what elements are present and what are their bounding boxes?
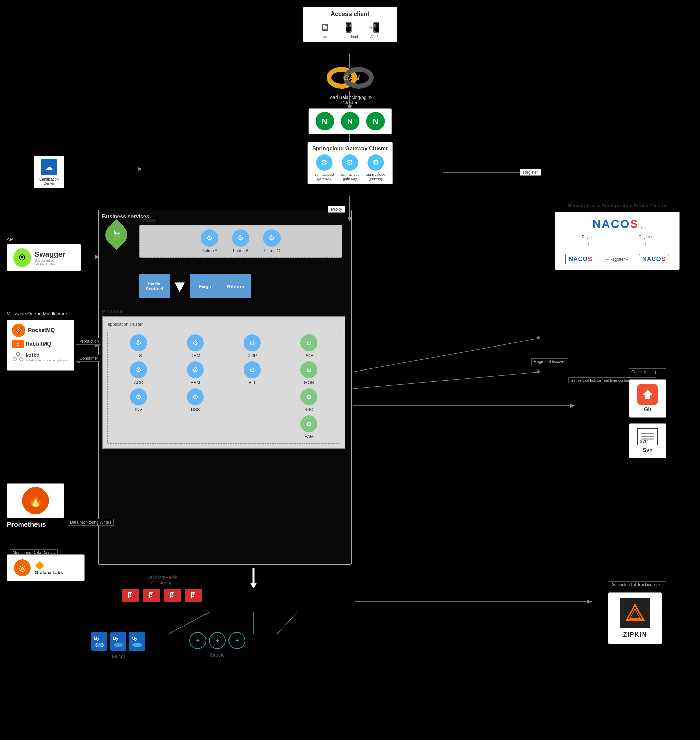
nacos-dot: . bbox=[641, 222, 642, 229]
pc-icon: 🖥 bbox=[320, 22, 329, 33]
app-icon: 📲 bbox=[368, 22, 380, 33]
prometheus-icon: 🔥 bbox=[22, 487, 49, 514]
grafana-logo-text: 🔶 bbox=[35, 561, 63, 570]
redis-icons: 🗄 🗄 🗄 🗄 bbox=[122, 589, 202, 602]
svg-rect-49 bbox=[93, 633, 106, 650]
inv-icon: ⚙ bbox=[130, 388, 147, 405]
access-client-label: Access client bbox=[331, 10, 369, 18]
service-inv: ⚙ INV bbox=[112, 388, 165, 412]
device-ios: 📱 ios/android bbox=[340, 22, 358, 38]
git-icon bbox=[637, 384, 658, 405]
sso-icon: ⚙ bbox=[300, 388, 318, 405]
hfr-row: Hytrix, Sentinel ▼ Feign Ribbon bbox=[139, 275, 251, 298]
redis-label: Caching/Redis Clustering bbox=[122, 575, 202, 586]
service-empty3 bbox=[169, 415, 222, 439]
patron-label: Patron bbox=[139, 217, 342, 223]
rocketmq-item: 🚀 RocketMQ bbox=[12, 324, 69, 337]
svg-marker-23 bbox=[570, 404, 575, 408]
svn-icon: svn bbox=[637, 428, 658, 445]
nacos-title: Registration & Configuration Center Clus… bbox=[554, 203, 680, 208]
patron-b-label: Patron B bbox=[233, 249, 249, 253]
feign-label: Feign bbox=[199, 284, 211, 289]
drm-icon: ⚙ bbox=[187, 334, 204, 351]
feign-box: Feign bbox=[190, 275, 221, 298]
ribbon-label: Ribbon bbox=[227, 284, 245, 289]
gateway-item-3: ⚙ springcloudgateway bbox=[366, 154, 385, 181]
gear-icon-1: ⚙ bbox=[316, 154, 332, 171]
redis-icon-1: 🗄 bbox=[122, 589, 139, 602]
patron-a-label: Patron A bbox=[202, 249, 217, 253]
swagger-subtitle: Supported by SMARTBEAR bbox=[34, 259, 75, 266]
svg-text:My: My bbox=[113, 637, 118, 641]
nginx-icon-3: N bbox=[366, 112, 385, 131]
svg-rect-56 bbox=[131, 633, 144, 650]
nginx-label: Load Balancing/nginx Cluster bbox=[308, 95, 392, 106]
acq-icon: ⚙ bbox=[130, 361, 147, 378]
nginx-box: N N N bbox=[308, 108, 392, 134]
erm-icon: ⚙ bbox=[187, 361, 204, 378]
can-logo-section: CAN bbox=[326, 64, 374, 93]
redis-icon-3: 🗄 bbox=[163, 589, 181, 602]
svg-line-42 bbox=[18, 356, 21, 358]
rabbitmq-icon: 🐰 bbox=[12, 340, 24, 348]
zipkin-section: Distributed link tracking/zipkin ZIPKIN bbox=[608, 581, 666, 644]
access-client-section: Access client 🖥 pc 📱 ios/android 📲 APP bbox=[303, 7, 397, 42]
kafka-label: kafka bbox=[26, 353, 69, 359]
bit-icon: ⚙ bbox=[244, 361, 260, 378]
patron-section: Patron ⚙ Patron A ⚙ Patron B ⚙ Patron C bbox=[139, 217, 342, 257]
bit-label: BIT bbox=[249, 380, 256, 385]
swagger-section: API ⦿ Swagger Supported by SMARTBEAR bbox=[7, 237, 81, 271]
ios-icon: 📱 bbox=[343, 22, 354, 33]
spring-leaf-section: 🍃 bbox=[106, 224, 128, 246]
swagger-text-group: Swagger Supported by SMARTBEAR bbox=[34, 250, 75, 266]
production-label: Production bbox=[77, 338, 101, 344]
svg-marker-19 bbox=[537, 335, 541, 340]
cert-icon: ☁ bbox=[41, 159, 57, 175]
spring-leaf-icon: 🍃 bbox=[101, 219, 132, 250]
service-empty2 bbox=[112, 415, 165, 439]
svn-box: svn Svn bbox=[629, 423, 666, 458]
ios-label: ios/android bbox=[340, 34, 358, 38]
cdp-icon: ⚙ bbox=[244, 334, 260, 351]
oracle-group: ✦ ✦ ✦ Oracle bbox=[189, 632, 246, 659]
app-label: APP bbox=[370, 34, 378, 38]
rocketmq-icon: 🚀 bbox=[12, 324, 25, 337]
rocketmq-label: RocketMQ bbox=[28, 327, 55, 333]
acq-label: ACQ bbox=[134, 380, 143, 385]
register-label: Register bbox=[520, 169, 541, 176]
mysql-icon-2: My bbox=[110, 632, 126, 651]
nacos-big-box: NACOS . Register ↓ Register ↓ NACOS ←Reg… bbox=[554, 212, 680, 270]
nacos-section: Registration & Configuration Center Clus… bbox=[554, 203, 680, 270]
hystrix-box: Hytrix, Sentinel bbox=[139, 275, 170, 298]
svg-point-39 bbox=[13, 357, 16, 361]
ils-label: ILS bbox=[135, 353, 142, 358]
swagger-logo: ⦿ Swagger Supported by SMARTBEAR bbox=[13, 249, 75, 267]
nginx-section: Load Balancing/nginx Cluster N N N bbox=[308, 95, 392, 134]
producer-label: Producer bbox=[102, 308, 346, 314]
gateway-name-1: springcloudgateway bbox=[315, 172, 334, 181]
svg-rect-53 bbox=[112, 633, 125, 650]
swagger-name: Swagger bbox=[34, 250, 75, 259]
patron-c: ⚙ Patron C bbox=[263, 229, 281, 253]
app-cluster-label: application cluster bbox=[107, 322, 340, 327]
cert-center-box: ☁ Certification Center bbox=[34, 156, 64, 188]
prometheus-section: 🔥 Prometheus bbox=[7, 483, 64, 528]
patron-icons: ⚙ Patron A ⚙ Patron B ⚙ Patron C bbox=[144, 229, 338, 253]
mysql-icons: My My My bbox=[91, 632, 146, 651]
oracle-icon-1: ✦ bbox=[189, 632, 206, 649]
mq-box: 🚀 RocketMQ 🐰 RabbitMQ bbox=[7, 320, 74, 371]
nacos-bottom-row: NACOS ←Register→ NACOS bbox=[560, 254, 674, 264]
consumer-label: Consumer bbox=[77, 355, 100, 361]
patron-a: ⚙ Patron A bbox=[201, 229, 218, 253]
prometheus-box: 🔥 bbox=[7, 483, 64, 518]
grafana-section: ◎ 🔶 Grafana Labs bbox=[7, 555, 84, 581]
service-empty4 bbox=[225, 415, 279, 439]
hystrix-label: Hytrix, Sentinel bbox=[146, 281, 163, 291]
nacos-register-arrows: Register ↓ Register ↓ bbox=[560, 235, 674, 247]
eam-label: EAM bbox=[304, 434, 314, 439]
service-grid: ⚙ ILS ⚙ DRM ⚙ CDP ⚙ POR bbox=[112, 334, 336, 439]
service-por: ⚙ POR bbox=[282, 334, 336, 358]
svg-text:My: My bbox=[132, 637, 137, 641]
svg-marker-25 bbox=[250, 583, 257, 588]
zipkin-icon bbox=[620, 598, 650, 628]
